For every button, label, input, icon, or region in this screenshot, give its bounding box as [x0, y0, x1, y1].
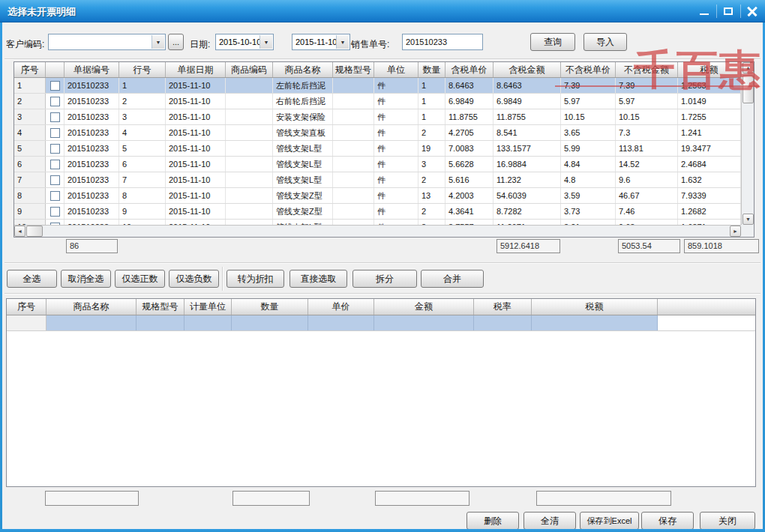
split-button[interactable]: 拆分	[352, 270, 417, 288]
grid-cell: 13	[418, 188, 446, 203]
column-header[interactable]: 含税金额	[494, 62, 561, 77]
footer-field-4[interactable]	[536, 491, 671, 506]
grid-cell: 7.3	[616, 125, 678, 140]
convert-discount-button[interactable]: 转为折扣	[226, 270, 284, 288]
grid-cell: 7.39	[616, 78, 678, 93]
scroll-down-icon[interactable]: ▼	[742, 214, 754, 225]
column-header[interactable]: 数量	[232, 299, 308, 315]
chevron-down-icon[interactable]: ▼	[260, 35, 272, 49]
grid-cell: 3.7557	[446, 220, 494, 225]
row-checkbox[interactable]	[50, 207, 60, 217]
grid-cell: 14.52	[616, 157, 678, 172]
grid-cell: 管线支架L型	[273, 141, 333, 156]
table-row[interactable]: 420151023342015-11-10管线支架直板件24.27058.541…	[14, 125, 741, 141]
minimize-button[interactable]	[693, 3, 716, 19]
selected-empty-row[interactable]	[7, 315, 755, 331]
row-checkbox[interactable]	[50, 112, 60, 122]
footer-field-1[interactable]	[45, 491, 139, 506]
title-bar[interactable]: 选择未开票明细	[0, 0, 765, 22]
separator	[222, 267, 224, 291]
column-header[interactable]: 税率	[474, 299, 532, 315]
vertical-scrollbar[interactable]: ▲ ▼	[741, 62, 754, 225]
grid-cell: 3.65	[561, 125, 616, 140]
row-checkbox[interactable]	[50, 144, 60, 154]
column-header[interactable]: 不含税金额	[616, 62, 678, 77]
vertical-scroll-thumb[interactable]	[742, 75, 754, 103]
sales-no-input[interactable]	[402, 34, 483, 50]
column-header[interactable]: 含税单价	[446, 62, 494, 77]
customer-code-combo[interactable]: ▼	[48, 34, 166, 50]
row-checkbox[interactable]	[50, 175, 60, 185]
column-header[interactable]: 单位	[374, 62, 418, 77]
table-row[interactable]: 920151023392015-11-10管线支架Z型件24.36418.728…	[14, 204, 741, 220]
merge-button[interactable]: 合并	[421, 270, 484, 288]
grid-cell: 2	[119, 94, 166, 109]
save-button[interactable]: 保存	[641, 512, 694, 530]
column-header[interactable]: 商品名称	[273, 62, 333, 77]
row-checkbox[interactable]	[50, 128, 60, 138]
column-header[interactable]	[46, 62, 64, 77]
save-to-excel-button[interactable]: 保存到Excel	[580, 512, 639, 530]
column-header[interactable]: 单价	[308, 299, 374, 315]
column-header[interactable]: 规格型号	[333, 62, 374, 77]
select-positive-button[interactable]: 仅选正数	[115, 270, 165, 288]
scroll-left-icon[interactable]: ◄	[14, 226, 26, 237]
table-row[interactable]: 220151023322015-11-10右前轮后挡泥件16.98496.984…	[14, 94, 741, 109]
delete-button[interactable]: 删除	[466, 512, 519, 530]
horizontal-scroll-thumb[interactable]	[26, 226, 43, 237]
table-row[interactable]: 620151023362015-11-10管线支架L型件35.662816.98…	[14, 157, 741, 172]
table-row[interactable]: 320151023332015-11-10安装支架保险件111.875511.8…	[14, 109, 741, 125]
row-checkbox[interactable]	[50, 97, 60, 106]
table-row[interactable]: 520151023352015-11-10管线支架L型件197.0083133.…	[14, 141, 741, 157]
column-header[interactable]: 单据编号	[64, 62, 119, 77]
grid-cell: 201510233	[64, 157, 119, 172]
footer-field-3[interactable]	[375, 491, 470, 506]
table-row[interactable]: 120151023312015-11-10左前轮后挡泥件18.64638.646…	[14, 78, 741, 94]
grid-cell: 2015-11-10	[166, 109, 226, 124]
grid-cell: 46.67	[616, 188, 678, 203]
clear-all-button[interactable]: 全清	[524, 512, 576, 530]
chevron-down-icon[interactable]: ▼	[152, 35, 164, 49]
scroll-up-icon[interactable]: ▲	[742, 62, 754, 73]
column-header[interactable]: 行号	[119, 62, 166, 77]
close-dialog-button[interactable]: 关闭	[700, 512, 755, 530]
column-header[interactable]: 序号	[14, 62, 46, 77]
grid-cell: 201510233	[64, 125, 119, 140]
row-checkbox[interactable]	[50, 81, 60, 91]
select-negative-button[interactable]: 仅选负数	[169, 270, 219, 288]
horizontal-scrollbar[interactable]: ◄ ►	[14, 225, 741, 237]
column-header[interactable]: 金额	[374, 299, 474, 315]
grid-cell: 9.63	[616, 220, 678, 225]
column-header[interactable]: 商品名称	[46, 299, 136, 315]
footer-field-2[interactable]	[232, 491, 310, 506]
column-header[interactable]: 数量	[418, 62, 446, 77]
direct-select-button[interactable]: 直接选取	[290, 270, 347, 288]
row-checkbox[interactable]	[50, 160, 60, 169]
date-to-combo[interactable]: 2015-11-10 ▼	[292, 34, 350, 50]
deselect-all-button[interactable]: 取消全选	[61, 270, 111, 288]
column-header[interactable]: 序号	[7, 299, 46, 315]
column-header[interactable]: 计量单位	[184, 299, 232, 315]
row-checkbox[interactable]	[50, 191, 60, 201]
maximize-button[interactable]	[717, 3, 740, 19]
column-header[interactable]: 不含税单价	[561, 62, 616, 77]
chevron-down-icon[interactable]: ▼	[336, 35, 349, 49]
column-header[interactable]: 税额	[532, 299, 658, 315]
query-button[interactable]: 查询	[530, 33, 575, 51]
table-row[interactable]: 820151023382015-11-10管线支架Z型件134.200354.6…	[14, 188, 741, 204]
column-header[interactable]: 规格型号	[136, 299, 184, 315]
date-from-combo[interactable]: 2015-10-10 ▼	[215, 34, 274, 50]
grid-cell: 113.81	[616, 141, 678, 156]
import-button[interactable]: 导入	[584, 33, 627, 51]
select-all-button[interactable]: 全选	[7, 270, 57, 288]
column-header[interactable]: 单据日期	[166, 62, 226, 77]
grid-cell: 2015-11-10	[166, 204, 226, 219]
table-row[interactable]: 720151023372015-11-10管线支架L型件25.61611.232…	[14, 172, 741, 188]
grid-cell	[226, 141, 273, 156]
table-row[interactable]: 10201510233102015-11-10管线支架L型件33.755711.…	[14, 220, 741, 225]
column-header[interactable]: 商品编码	[226, 62, 273, 77]
scroll-right-icon[interactable]: ►	[730, 226, 741, 237]
close-button[interactable]	[741, 3, 764, 19]
customer-browse-button[interactable]: ...	[168, 34, 184, 50]
column-header[interactable]: 税额	[678, 62, 741, 77]
